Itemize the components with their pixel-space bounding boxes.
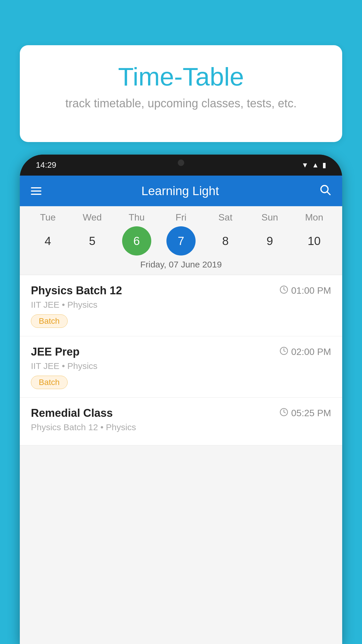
search-button[interactable] <box>319 183 331 199</box>
day-7-selected[interactable]: 7 <box>166 226 196 256</box>
phone-screen: Learning Light Tue Wed Thu Fri Sat Sun M… <box>20 176 342 644</box>
status-icons: ▼ ▲ ▮ <box>301 161 326 169</box>
schedule-item-3-time: 05:25 PM <box>280 408 331 419</box>
schedule-item-2-time: 02:00 PM <box>280 346 331 357</box>
app-title: Learning Light <box>50 184 310 198</box>
status-time: 14:29 <box>36 160 56 170</box>
schedule-item-2-time-text: 02:00 PM <box>291 346 331 357</box>
schedule-item-2-header: JEE Prep 02:00 PM <box>31 346 331 358</box>
schedule-item-1: Physics Batch 12 01:00 PM IIT JEE • Phys… <box>20 275 342 336</box>
schedule-item-1-header: Physics Batch 12 01:00 PM <box>31 284 331 297</box>
speech-bubble: Time-Table track timetable, upcoming cla… <box>20 45 342 142</box>
schedule-item-3: Remedial Class 05:25 PM Physics Batch 12… <box>20 398 342 445</box>
bubble-title: Time-Table <box>34 63 328 91</box>
schedule-item-2: JEE Prep 02:00 PM IIT JEE • Physics Batc… <box>20 336 342 398</box>
day-name-thu: Thu <box>122 212 151 223</box>
phone-frame: 14:29 ▼ ▲ ▮ Learning Light <box>20 155 342 644</box>
clock-icon-3 <box>280 408 288 419</box>
speech-bubble-container: Time-Table track timetable, upcoming cla… <box>20 45 342 142</box>
day-8[interactable]: 8 <box>211 226 240 256</box>
schedule-item-3-title: Remedial Class <box>31 407 113 419</box>
schedule-item-3-header: Remedial Class 05:25 PM <box>31 407 331 419</box>
day-name-wed: Wed <box>78 212 107 223</box>
schedule-item-1-time-text: 01:00 PM <box>291 285 331 296</box>
day-name-sat: Sat <box>211 212 240 223</box>
wifi-icon: ▼ <box>301 161 308 169</box>
calendar-strip: Tue Wed Thu Fri Sat Sun Mon 4 5 6 7 8 9 … <box>20 206 342 275</box>
battery-icon: ▮ <box>322 161 326 169</box>
day-5[interactable]: 5 <box>78 226 107 256</box>
schedule-item-3-time-text: 05:25 PM <box>291 408 331 419</box>
day-4[interactable]: 4 <box>33 226 62 256</box>
phone-notch <box>162 155 200 169</box>
day-name-tue: Tue <box>33 212 62 223</box>
day-name-fri: Fri <box>166 212 196 223</box>
selected-date-label: Friday, 07 June 2019 <box>20 260 342 272</box>
camera <box>178 160 184 166</box>
schedule-item-2-badge: Batch <box>31 376 68 389</box>
schedule-item-2-title: JEE Prep <box>31 346 80 358</box>
day-names-row: Tue Wed Thu Fri Sat Sun Mon <box>20 212 342 223</box>
schedule-item-1-title: Physics Batch 12 <box>31 284 122 297</box>
day-10[interactable]: 10 <box>300 226 329 256</box>
day-numbers-row: 4 5 6 7 8 9 10 <box>20 226 342 256</box>
day-9[interactable]: 9 <box>255 226 284 256</box>
clock-icon-2 <box>280 346 288 357</box>
bubble-subtitle: track timetable, upcoming classes, tests… <box>34 97 328 110</box>
day-name-sun: Sun <box>255 212 284 223</box>
menu-button[interactable] <box>31 187 41 195</box>
schedule-item-3-subtitle: Physics Batch 12 • Physics <box>31 422 331 432</box>
clock-icon-1 <box>280 285 288 296</box>
schedule-item-2-subtitle: IIT JEE • Physics <box>31 361 331 371</box>
schedule-list: Physics Batch 12 01:00 PM IIT JEE • Phys… <box>20 275 342 445</box>
signal-icon: ▲ <box>312 161 319 169</box>
app-header: Learning Light <box>20 176 342 206</box>
schedule-item-1-badge: Batch <box>31 314 68 328</box>
status-bar: 14:29 ▼ ▲ ▮ <box>20 155 342 176</box>
schedule-item-1-subtitle: IIT JEE • Physics <box>31 300 331 310</box>
schedule-item-1-time: 01:00 PM <box>280 285 331 296</box>
svg-line-1 <box>327 192 330 195</box>
day-6-today[interactable]: 6 <box>122 226 151 256</box>
day-name-mon: Mon <box>300 212 329 223</box>
